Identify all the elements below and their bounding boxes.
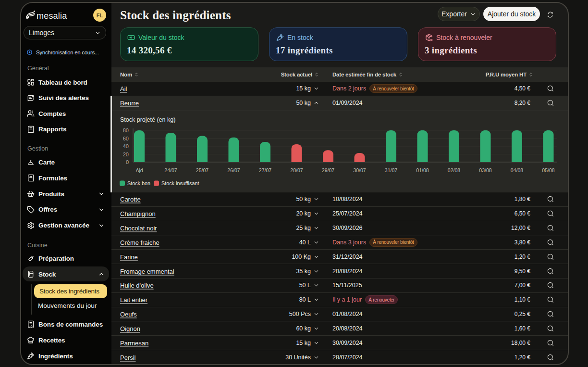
svg-text:Stock insuffisant: Stock insuffisant <box>161 180 199 186</box>
svg-text:60: 60 <box>123 136 129 141</box>
svg-text:01/08: 01/08 <box>416 167 429 173</box>
svg-text:40: 40 <box>123 143 129 149</box>
svg-text:27/07: 27/07 <box>259 167 271 173</box>
svg-text:02/08: 02/08 <box>448 167 460 173</box>
svg-text:04/08: 04/08 <box>511 167 523 173</box>
svg-text:29/07: 29/07 <box>322 167 334 173</box>
svg-text:Ajd: Ajd <box>135 167 143 173</box>
svg-text:28/07: 28/07 <box>290 167 303 173</box>
svg-text:20: 20 <box>123 152 129 157</box>
svg-text:30/07: 30/07 <box>353 167 366 173</box>
svg-text:80: 80 <box>123 127 129 133</box>
svg-text:24/07: 24/07 <box>164 167 177 173</box>
svg-text:0: 0 <box>126 159 129 165</box>
svg-text:Stock bon: Stock bon <box>127 180 150 186</box>
svg-text:05/08: 05/08 <box>542 167 554 173</box>
svg-text:31/07: 31/07 <box>385 167 397 173</box>
svg-text:25/07: 25/07 <box>196 167 208 173</box>
svg-text:26/07: 26/07 <box>227 167 240 173</box>
svg-text:03/08: 03/08 <box>479 167 491 173</box>
svg-text:Stock projeté (en kg): Stock projeté (en kg) <box>120 116 175 123</box>
